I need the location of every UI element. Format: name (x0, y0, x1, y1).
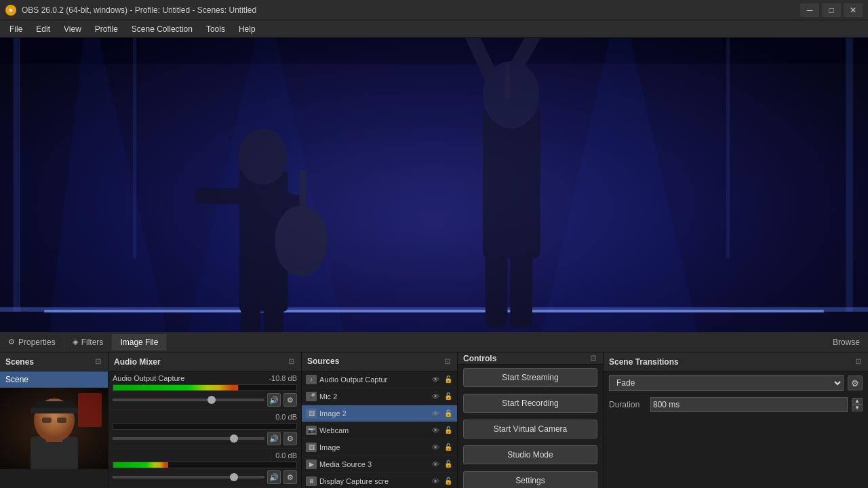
audio-mixer-panel: Audio Mixer ⊡ Audio Output Capture -10.8… (108, 352, 302, 488)
source-eye-1[interactable]: 👁 (430, 391, 441, 402)
source-lock-1[interactable]: 🔓 (443, 392, 453, 401)
tab-image-file[interactable]: Image File (112, 334, 167, 350)
source-name-6: Display Capture scre (319, 477, 427, 485)
menu-help[interactable]: Help (232, 23, 262, 35)
maximize-button[interactable]: □ (822, 3, 841, 17)
window-controls[interactable]: ─ □ ✕ (800, 3, 863, 17)
transitions-panel: Scene Transitions ⊡ Fade Cut Swipe Slide… (604, 352, 868, 488)
source-eye-5[interactable]: 👁 (430, 459, 441, 470)
svg-rect-25 (0, 38, 868, 332)
preview-canvas (0, 38, 868, 332)
audio-float-button[interactable]: ⊡ (287, 356, 296, 367)
close-button[interactable]: ✕ (844, 3, 863, 17)
source-lock-4[interactable]: 🔓 (443, 443, 453, 452)
source-item-6[interactable]: 🖥 Display Capture scre 👁 🔓 (302, 473, 457, 489)
source-eye-6[interactable]: 👁 (430, 476, 441, 487)
menu-edit[interactable]: Edit (29, 23, 57, 35)
source-eye-2[interactable]: 👁 (430, 408, 441, 419)
audio-track-0-settings[interactable]: ⚙ (283, 393, 297, 407)
menubar: File Edit View Profile Scene Collection … (0, 20, 868, 38)
window-title: OBS 26.0.2 (64-bit, windows) - Profile: … (22, 5, 256, 15)
source-eye-4[interactable]: 👁 (430, 442, 441, 453)
menu-file[interactable]: File (3, 23, 29, 35)
scene-item-0[interactable]: Scene (0, 371, 108, 388)
menu-tools[interactable]: Tools (199, 23, 232, 35)
webcam-thumbnail (0, 388, 108, 469)
image-file-label: Image File (120, 338, 158, 347)
minimize-button[interactable]: ─ (800, 3, 819, 17)
studio-mode-button[interactable]: Studio Mode (463, 445, 597, 464)
start-streaming-button[interactable]: Start Streaming (463, 368, 597, 387)
menu-profile[interactable]: Profile (88, 23, 125, 35)
transitions-float-button[interactable]: ⊡ (854, 356, 863, 367)
source-item-4[interactable]: 🖼 Image 👁 🔓 (302, 439, 457, 456)
concert-svg (0, 38, 868, 332)
svg-rect-27 (846, 38, 852, 312)
audio-track-0-mute[interactable]: 🔊 (267, 393, 281, 407)
audio-track-1-mute[interactable]: 🔊 (267, 432, 281, 445)
source-item-0[interactable]: ♪ Audio Output Captur 👁 🔓 (302, 371, 457, 388)
audio-track-0-name: Audio Output Capture (113, 374, 260, 382)
audio-track-2-settings[interactable]: ⚙ (283, 470, 297, 484)
menu-view[interactable]: View (57, 23, 88, 35)
transition-select[interactable]: Fade Cut Swipe Slide (609, 375, 844, 391)
scenes-panel-header: Scenes ⊡ (0, 352, 108, 371)
source-item-1[interactable]: 🎤 Mic 2 👁 🔓 (302, 388, 457, 405)
scenes-float-button[interactable]: ⊡ (94, 356, 102, 367)
audio-track-0-header: Audio Output Capture -10.8 dB (113, 374, 297, 382)
transition-gear-button[interactable]: ⚙ (848, 375, 863, 390)
audio-track-2-meter (113, 462, 297, 468)
audio-track-0-slider[interactable] (113, 399, 264, 401)
source-icon-media: ▶ (306, 460, 317, 469)
source-lock-0[interactable]: 🔓 (443, 375, 453, 384)
audio-track-1-settings[interactable]: ⚙ (283, 432, 297, 445)
transition-row: Fade Cut Swipe Slide ⚙ (604, 371, 868, 394)
tab-properties[interactable]: ⚙ Properties (0, 334, 64, 350)
properties-label: Properties (18, 338, 56, 347)
app-icon: ● (5, 5, 16, 16)
duration-down-button[interactable]: ▼ (852, 405, 863, 411)
source-name-3: Webcam (319, 426, 427, 434)
scenes-header-label: Scenes (5, 357, 34, 367)
duration-up-button[interactable]: ▲ (852, 398, 863, 405)
audio-track-1-meter (113, 423, 297, 430)
audio-track-2-handle[interactable] (230, 473, 238, 481)
source-lock-5[interactable]: 🔓 (443, 460, 453, 469)
duration-input[interactable] (650, 397, 848, 412)
audio-track-2: 0.0 dB 🔊 ⚙ (108, 449, 301, 487)
source-lock-3[interactable]: 🔓 (443, 426, 453, 435)
source-eye-0[interactable]: 👁 (430, 374, 441, 385)
source-eye-3[interactable]: 👁 (430, 425, 441, 436)
source-lock-6[interactable]: 🔓 (443, 476, 453, 486)
controls-float-button[interactable]: ⊡ (589, 352, 597, 364)
audio-track-2-header: 0.0 dB (113, 451, 297, 460)
audio-track-2-mute[interactable]: 🔊 (267, 470, 281, 484)
menu-scene-collection[interactable]: Scene Collection (125, 23, 199, 35)
start-recording-button[interactable]: Start Recording (463, 394, 597, 413)
audio-track-2-slider[interactable] (113, 476, 264, 479)
sources-panel-header: Sources ⊡ (302, 352, 457, 371)
tab-filters[interactable]: ◈ Filters (64, 334, 113, 350)
source-item-3[interactable]: 📷 Webcam 👁 🔓 (302, 422, 457, 439)
bottom-panels: Scenes ⊡ Scene Test Road Blocks Green Sc… (0, 352, 868, 488)
source-name-0: Audio Output Captur (319, 375, 427, 384)
audio-track-1-handle[interactable] (230, 434, 238, 443)
scenes-panel: Scenes ⊡ Scene Test Road Blocks Green Sc… (0, 352, 108, 488)
browse-button[interactable]: Browse (825, 334, 868, 350)
source-name-1: Mic 2 (319, 392, 427, 401)
audio-panel-header: Audio Mixer ⊡ (108, 352, 301, 371)
filters-icon: ◈ (73, 338, 78, 346)
settings-button[interactable]: Settings (463, 471, 597, 488)
controls-panel: Controls ⊡ Start Streaming Start Recordi… (458, 352, 604, 488)
start-virtual-camera-button[interactable]: Start Virtual Camera (463, 420, 597, 439)
tab-bar: ⚙ Properties ◈ Filters Image File Browse (0, 332, 868, 352)
sources-float-button[interactable]: ⊡ (443, 356, 452, 367)
source-icon-audio: ♪ (306, 375, 317, 384)
audio-track-2-fill (113, 462, 168, 468)
source-lock-2[interactable]: 🔓 (443, 409, 453, 418)
audio-track-1-db: 0.0 dB (260, 413, 297, 421)
audio-track-0-handle[interactable] (208, 396, 216, 404)
source-item-2[interactable]: 🖼 Image 2 👁 🔓 (302, 405, 457, 422)
audio-track-1-slider[interactable] (113, 437, 264, 440)
source-item-5[interactable]: ▶ Media Source 3 👁 🔓 (302, 456, 457, 473)
